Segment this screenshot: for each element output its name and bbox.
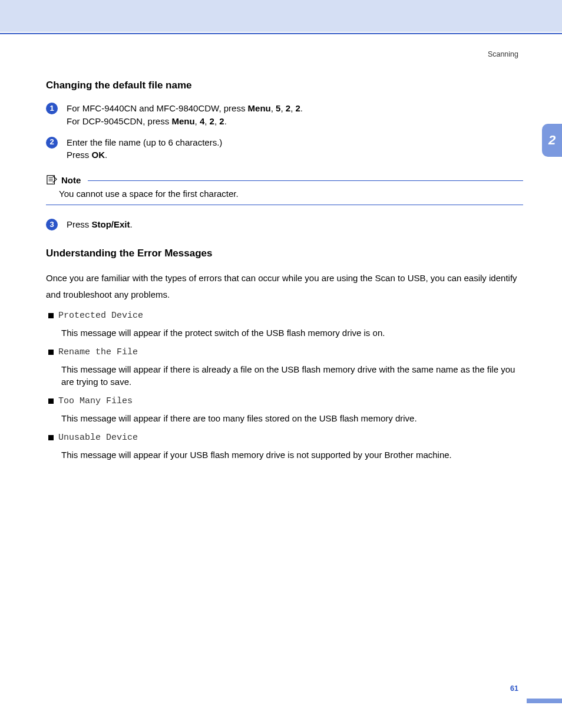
step-2-body: Enter the file name (up to 6 characters.… [67, 136, 523, 162]
top-banner [0, 0, 562, 32]
bullet-icon [48, 398, 54, 404]
step-2: 2 Enter the file name (up to 6 character… [46, 136, 523, 162]
menu-key: Menu [248, 103, 271, 113]
error-code: Protected Device [58, 311, 143, 321]
note-body: You cannot use a space for the first cha… [46, 185, 523, 205]
step-2-line2-pre: Press [67, 150, 92, 160]
page-number: 61 [510, 684, 518, 693]
error-item-too-many-files: Too Many Files This message will appear … [48, 396, 523, 424]
step-1: 1 For MFC-9440CN and MFC-9840CDW, press … [46, 102, 523, 128]
note-label: Note [61, 175, 81, 185]
note-header: Note [46, 174, 523, 185]
error-code: Too Many Files [58, 396, 133, 406]
page-content: Changing the default file name 1 For MFC… [46, 80, 523, 469]
error-desc: This message will appear if the protect … [61, 327, 523, 339]
bullet-icon [48, 313, 54, 318]
note-rule-bottom [46, 205, 523, 205]
error-intro: Once you are familiar with the types of … [46, 270, 523, 304]
step-1-body: For MFC-9440CN and MFC-9840CDW, press Me… [67, 102, 523, 128]
key-2d: 2 [219, 116, 224, 126]
running-header: Scanning [488, 50, 518, 58]
note-block: Note You cannot use a space for the firs… [46, 174, 523, 205]
note-rule-top [88, 180, 523, 181]
step-number-2-icon: 2 [46, 137, 58, 149]
error-desc: This message will appear if there are to… [61, 412, 523, 424]
chapter-number: 2 [548, 133, 556, 148]
error-code: Rename the File [58, 347, 138, 357]
footer-accent-bar [527, 699, 562, 703]
ok-key: OK [92, 150, 105, 160]
error-code: Unusable Device [58, 433, 138, 443]
heading-error-messages: Understanding the Error Messages [46, 248, 523, 259]
step-number-3-icon: 3 [46, 219, 58, 230]
key-2c: 2 [210, 116, 214, 126]
key-5: 5 [276, 103, 280, 113]
menu-key-b: Menu [171, 116, 194, 126]
top-rule [0, 33, 562, 34]
key-4: 4 [200, 116, 204, 126]
heading-changing-default-file-name: Changing the default file name [46, 80, 523, 91]
key-2: 2 [286, 103, 290, 113]
key-2b: 2 [295, 103, 300, 113]
error-desc: This message will appear if your USB fla… [61, 449, 523, 461]
step-number-1-icon: 1 [46, 103, 58, 114]
bullet-icon [48, 435, 54, 440]
error-desc: This message will appear if there is alr… [61, 363, 523, 388]
error-item-protected-device: Protected Device This message will appea… [48, 311, 523, 339]
stop-exit-key: Stop/Exit [92, 219, 130, 229]
step-1a-text: For MFC-9440CN and MFC-9840CDW, press [67, 103, 248, 113]
step-3-body: Press Stop/Exit. [67, 218, 523, 231]
error-item-rename-file: Rename the File This message will appear… [48, 347, 523, 388]
note-icon [46, 174, 58, 185]
bullet-icon [48, 350, 54, 355]
step-3: 3 Press Stop/Exit. [46, 218, 523, 231]
step-1b-text: For DCP-9045CDN, press [67, 116, 171, 126]
step-2-line1: Enter the file name (up to 6 characters.… [67, 137, 222, 147]
error-item-unusable-device: Unusable Device This message will appear… [48, 433, 523, 461]
chapter-tab: 2 [542, 124, 562, 157]
step-3-pre: Press [67, 219, 92, 229]
